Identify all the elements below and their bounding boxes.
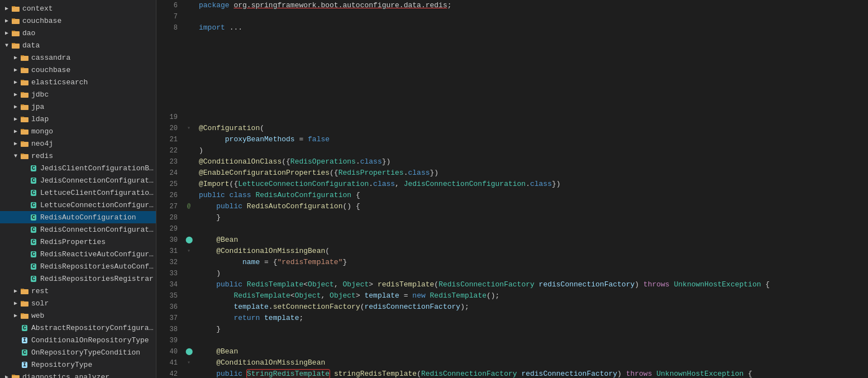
sidebar-item-data[interactable]: ▼data	[0, 39, 156, 51]
sidebar-item-RepositoryType[interactable]: IRepositoryType	[0, 358, 156, 371]
sidebar-label-RedisConnectionConfiguration: RedisConnectionConfiguration	[40, 226, 156, 234]
tree-icon-file-c: C	[29, 188, 38, 197]
sidebar-label-web: web	[31, 312, 44, 320]
tree-arrow-solr: ▶	[11, 300, 20, 307]
sidebar-item-neo4j[interactable]: ▶neo4j	[0, 137, 156, 150]
code-content: package org.springframework.boot.autocon…	[194, 0, 868, 378]
tree-arrow-rest: ▶	[11, 288, 20, 294]
sidebar-item-LettuceClientConfigurationBuilde[interactable]: CLettuceClientConfigurationBuilde…	[0, 186, 156, 199]
tree-icon-folder	[20, 127, 29, 136]
sidebar-item-mongo[interactable]: ▶mongo	[0, 125, 156, 137]
svg-rect-2	[12, 31, 20, 36]
sidebar-item-dao[interactable]: ▶dao	[0, 27, 156, 39]
sidebar-item-JedisClientConfigurationBuilderC[interactable]: CJedisClientConfigurationBuilde…	[0, 162, 156, 174]
tree-icon-file-i: I	[20, 360, 29, 369]
sidebar-item-cassandra[interactable]: ▶cassandra	[0, 51, 156, 64]
tree-icon-folder	[11, 4, 20, 13]
tree-arrow-neo4j: ▶	[11, 140, 20, 147]
tree-arrow-redis: ▼	[11, 153, 20, 159]
tree-arrow-mongo: ▶	[11, 128, 20, 135]
tree-icon-file-c: C	[29, 262, 38, 271]
tree-icon-folder	[20, 311, 29, 320]
sidebar-item-web[interactable]: ▶web	[0, 309, 156, 322]
tree-arrow-data: ▼	[2, 42, 11, 49]
sidebar-item-OnRepositoryTypeCondition[interactable]: COnRepositoryTypeCondition	[0, 346, 156, 358]
tree-icon-folder	[20, 114, 29, 123]
tree-icon-file-c: C	[29, 200, 38, 209]
sidebar-item-elasticsearch[interactable]: ▶elasticsearch	[0, 76, 156, 88]
sidebar-label-couchbase2: couchbase	[31, 66, 70, 74]
sidebar-label-OnRepositoryTypeCondition: OnRepositoryTypeCondition	[31, 348, 140, 357]
sidebar-item-rest[interactable]: ▶rest	[0, 285, 156, 297]
svg-rect-13	[21, 289, 28, 294]
sidebar-item-JedisConnectionConfiguration[interactable]: CJedisConnectionConfiguration	[0, 174, 156, 186]
sidebar-item-redis[interactable]: ▼redis	[0, 150, 156, 162]
code-editor[interactable]: 6 7 8 19 20 21 22 23 24 25 26 27 28 29 3…	[156, 0, 868, 378]
svg-rect-8	[21, 105, 28, 110]
tree-icon-file-c: C	[29, 274, 38, 283]
sidebar-item-LettuceConnectionConfiguration[interactable]: CLettuceConnectionConfiguration…	[0, 199, 156, 211]
tree-icon-file-i: I	[20, 336, 29, 344]
sidebar-label-jdbc: jdbc	[31, 90, 49, 99]
svg-rect-14	[21, 302, 28, 307]
sidebar-label-RedisRepositoriesRegistrar: RedisRepositoriesRegistrar	[40, 275, 154, 283]
sidebar-item-ConditionalOnRepositoryType[interactable]: IConditionalOnRepositoryType	[0, 334, 156, 346]
tree-icon-folder	[20, 151, 29, 160]
sidebar-item-ldap[interactable]: ▶ldap	[0, 113, 156, 125]
sidebar-item-solr[interactable]: ▶solr	[0, 297, 156, 309]
sidebar-item-couchbase-top[interactable]: ▶couchbase	[0, 15, 156, 27]
svg-rect-3	[12, 44, 20, 49]
gutter: ▾ @ ⬤ ▾ ⬤ ▾	[183, 0, 194, 378]
tree-icon-folder	[20, 78, 29, 87]
sidebar-item-RedisConnectionConfiguration[interactable]: CRedisConnectionConfiguration	[0, 223, 156, 236]
sidebar-label-RedisRepositoriesAutoConfigura: RedisRepositoriesAutoConfigura…	[40, 262, 156, 271]
tree-arrow-couchbase-top: ▶	[2, 17, 11, 24]
sidebar-item-couchbase2[interactable]: ▶couchbase	[0, 64, 156, 76]
sidebar-item-RedisProperties[interactable]: CRedisProperties	[0, 236, 156, 248]
tree-icon-file-c: C	[20, 348, 29, 357]
sidebar-item-jdbc[interactable]: ▶jdbc	[0, 88, 156, 101]
sidebar-item-jpa[interactable]: ▶jpa	[0, 101, 156, 113]
tree-icon-file-c: C	[29, 176, 38, 185]
sidebar-label-AbstractRepositoryConfigurationSc: AbstractRepositoryConfigurationSc…	[31, 324, 156, 332]
svg-rect-7	[21, 93, 28, 98]
svg-rect-12	[21, 154, 28, 159]
sidebar-item-RedisRepositoriesAutoConfigura[interactable]: CRedisRepositoriesAutoConfigura…	[0, 260, 156, 272]
sidebar-label-neo4j: neo4j	[31, 140, 53, 148]
tree-icon-folder	[20, 53, 29, 62]
sidebar-label-RedisProperties: RedisProperties	[40, 238, 106, 246]
sidebar-label-RedisReactiveAutoConfiguration: RedisReactiveAutoConfiguration…	[40, 250, 156, 259]
sidebar-item-context[interactable]: ▶context	[0, 2, 156, 15]
svg-rect-6	[21, 80, 28, 85]
svg-rect-0	[12, 7, 20, 12]
sidebar-item-RedisReactiveAutoConfiguration[interactable]: CRedisReactiveAutoConfiguration…	[0, 248, 156, 260]
tree-icon-file-c: C	[29, 225, 38, 234]
tree-arrow-elasticsearch: ▶	[11, 79, 20, 85]
sidebar-label-redis: redis	[31, 152, 53, 160]
tree-arrow-jdbc: ▶	[11, 91, 20, 98]
file-tree[interactable]: ▶context▶couchbase▶dao▼data▶cassandra▶co…	[0, 0, 156, 378]
sidebar-label-RedisAutoConfiguration: RedisAutoConfiguration	[40, 213, 136, 222]
svg-rect-15	[21, 314, 28, 319]
sidebar-label-rest: rest	[31, 287, 49, 295]
line-numbers: 6 7 8 19 20 21 22 23 24 25 26 27 28 29 3…	[156, 0, 183, 378]
tree-arrow-web: ▶	[11, 312, 20, 319]
sidebar-label-couchbase-top: couchbase	[22, 17, 61, 25]
sidebar-item-diagnostics.analyzer[interactable]: ▶diagnostics.analyzer	[0, 371, 156, 378]
tree-arrow-jpa: ▶	[11, 103, 20, 110]
sidebar-item-RedisAutoConfiguration[interactable]: CRedisAutoConfiguration	[0, 211, 156, 223]
tree-arrow-context: ▶	[2, 5, 11, 12]
sidebar-label-solr: solr	[31, 299, 49, 308]
sidebar-item-AbstractRepositoryConfigurationSc[interactable]: CAbstractRepositoryConfigurationSc…	[0, 322, 156, 334]
svg-rect-1	[12, 19, 20, 24]
tree-icon-file-c: C	[29, 213, 38, 222]
svg-rect-11	[21, 142, 28, 147]
tree-icon-folder	[11, 41, 20, 50]
sidebar-label-diagnostics.analyzer: diagnostics.analyzer	[22, 373, 109, 379]
sidebar-label-LettuceConnectionConfiguration: LettuceConnectionConfiguration…	[40, 201, 156, 209]
tree-arrow-diagnostics.analyzer: ▶	[2, 374, 11, 378]
sidebar-item-RedisRepositoriesRegistrar[interactable]: CRedisRepositoriesRegistrar	[0, 272, 156, 285]
tree-icon-file-c: C	[29, 237, 38, 246]
svg-rect-4	[21, 56, 28, 61]
tree-arrow-couchbase2: ▶	[11, 66, 20, 73]
